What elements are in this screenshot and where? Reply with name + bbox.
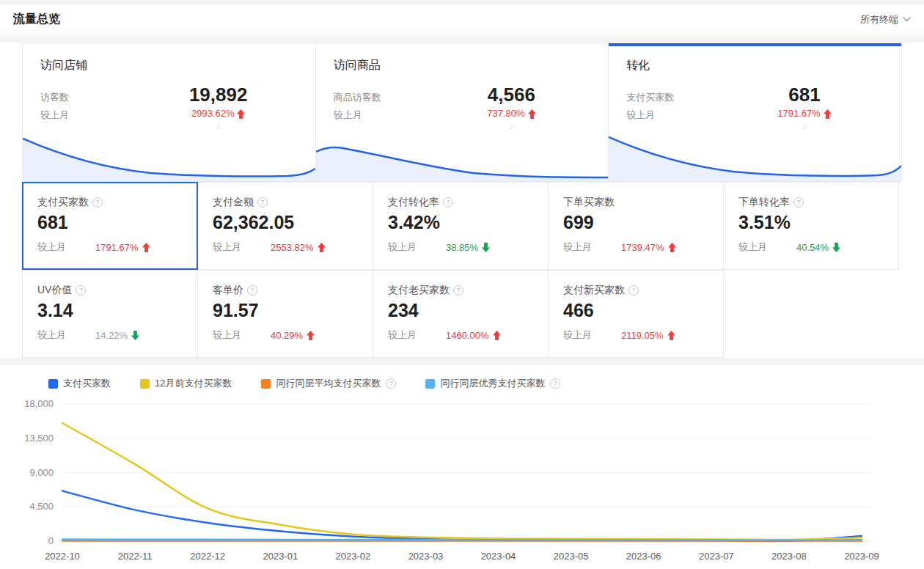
svg-text:18,000: 18,000 [24,398,54,409]
metric-value: 62,362.05 [213,212,358,233]
trend-up-icon [824,109,832,119]
summary-card-conversion[interactable]: 转化 支付买家数 较上月 681 1791.67% - [608,43,902,182]
legend-item-peer-average[interactable]: 同行同层平均支付买家数 ? [261,377,396,390]
metric-label: 支付买家数 [37,196,89,209]
metric-card-pay-conversion[interactable]: 支付转化率? 3.42% 较上月 38.85% [373,182,549,270]
metric-card-order-buyers[interactable]: 下单买家数 699 较上月 1739.47% [548,182,724,270]
terminal-selector-label: 所有终端 [860,13,898,26]
legend-label: 同行同层平均支付买家数 [276,377,381,390]
compare-label: 较上月 [388,328,417,342]
compare-label: 较上月 [334,106,381,124]
help-icon[interactable]: ? [550,378,560,389]
metric-value: 3.14 [37,300,183,321]
compare-label: 较上月 [563,328,592,342]
metric-value: 91.57 [213,300,358,321]
metric-card-pay-amount[interactable]: 支付金额? 62,362.05 较上月 2553.82% [197,182,373,270]
percent-change: 40.29% [271,330,303,341]
percent-change: 1791.67% [95,242,139,253]
section-gap [0,36,924,43]
help-icon[interactable]: ? [92,197,103,208]
legend-item-peer-excellent[interactable]: 同行同层优秀支付买家数 ? [425,377,560,390]
metric-value: 699 [563,212,708,233]
metric-label: 支付金额 [213,196,254,209]
percent-change: 38.85% [446,242,478,253]
header-bar: 流量总览 所有终端 [0,4,924,35]
trend-up-icon [493,331,501,340]
compare-label: 较上月 [626,106,674,124]
legend-label: 支付买家数 [63,377,111,390]
percent-change: 1460.00% [446,330,489,341]
metric-label: 支付买家数 [626,89,674,106]
trend-up-icon [528,109,536,119]
summary-card-title: 转化 [609,43,901,73]
svg-text:2023-05: 2023-05 [554,551,589,562]
summary-card-row: 访问店铺 访客数 较上月 19,892 2993.62% - 访问商品 [22,43,902,182]
percent-change: 1791.67% [777,106,821,122]
legend-swatch-yellow [140,379,150,389]
help-icon[interactable]: ? [386,378,396,389]
svg-text:13,500: 13,500 [24,433,54,444]
help-icon[interactable]: ? [247,285,257,295]
legend-item-pay-buyers[interactable]: 支付买家数 [48,377,111,390]
percent-change: 40.54% [796,242,829,253]
trend-up-icon [307,331,315,340]
trend-up-icon [318,243,326,252]
metric-value: 19,892 [160,84,277,106]
legend-swatch-blue [48,379,58,389]
help-icon[interactable]: ? [443,197,453,208]
metric-card-row-2: UV价值? 3.14 较上月 14.22% 客单价? 91.57 较上月 40.… [22,270,726,358]
percent-change: 2553.82% [271,242,314,253]
metric-label: 客单价 [213,284,243,297]
summary-card-visit-product[interactable]: 访问商品 商品访客数 较上月 4,566 737.80% - [315,43,609,182]
svg-text:2022-12: 2022-12 [190,551,225,562]
metric-label: 支付转化率 [388,196,439,209]
compare-label: 较上月 [40,106,69,124]
metric-value: 681 [746,84,863,106]
trend-down-icon [131,331,139,340]
metric-card-avg-order-value[interactable]: 客单价? 91.57 较上月 40.29% [197,270,373,358]
metric-value: 4,566 [452,84,570,106]
metric-label: 下单转化率 [738,196,790,209]
metric-label: 支付新买家数 [563,284,625,297]
legend-swatch-orange [261,379,271,389]
help-icon[interactable]: ? [76,285,86,295]
legend-swatch-lightblue [425,379,435,389]
metric-card-order-conversion[interactable]: 下单转化率? 3.51% 较上月 40.54% [723,182,899,270]
svg-text:2023-01: 2023-01 [263,551,298,562]
trend-down-icon [832,243,840,252]
metric-card-new-buyers[interactable]: 支付新买家数? 466 较上月 2119.05% [548,270,724,358]
chart-legend: 支付买家数 12月前支付买家数 同行同层平均支付买家数 ? 同行同层优秀支付买家… [22,365,902,390]
compare-label: 较上月 [37,241,66,254]
sparkline [609,130,901,181]
summary-card-visit-shop[interactable]: 访问店铺 访客数 较上月 19,892 2993.62% - [22,43,316,182]
compare-label: 较上月 [388,241,417,254]
compare-label: 较上月 [37,328,66,342]
trend-line-chart: 04,5009,00013,50018,0002022-102022-11202… [22,393,902,566]
percent-change: 14.22% [95,330,128,341]
metric-value: 3.42% [388,212,533,233]
help-icon[interactable]: ? [453,285,463,295]
metric-card-old-buyers[interactable]: 支付老买家数? 234 较上月 1460.00% [373,270,549,358]
page-title: 流量总览 [13,12,60,27]
sparkline [316,130,609,181]
svg-text:2023-02: 2023-02 [336,551,371,562]
summary-card-title: 访问店铺 [23,43,315,73]
metric-label: 下单买家数 [563,196,615,209]
metric-card-pay-buyers[interactable]: 支付买家数? 681 较上月 1791.67% [22,182,198,270]
legend-item-12mo-ago[interactable]: 12月前支付买家数 [140,377,232,390]
metric-label: 访客数 [40,89,69,106]
terminal-selector[interactable]: 所有终端 [860,13,911,26]
metric-card-row-1: 支付买家数? 681 较上月 1791.67% 支付金额? 62,362.05 … [22,182,902,270]
percent-change: 2119.05% [621,330,664,341]
help-icon[interactable]: ? [793,197,804,208]
help-icon[interactable]: ? [628,285,639,295]
trend-down-icon [482,243,490,252]
help-icon[interactable]: ? [257,197,268,208]
svg-text:9,000: 9,000 [29,467,54,478]
percent-change: 1739.47% [621,242,664,253]
summary-card-title: 访问商品 [316,43,609,73]
metric-card-uv-value[interactable]: UV价值? 3.14 较上月 14.22% [22,270,198,358]
svg-text:2023-03: 2023-03 [408,551,444,562]
metric-value: 3.51% [738,212,884,233]
metric-value: 466 [563,300,708,321]
